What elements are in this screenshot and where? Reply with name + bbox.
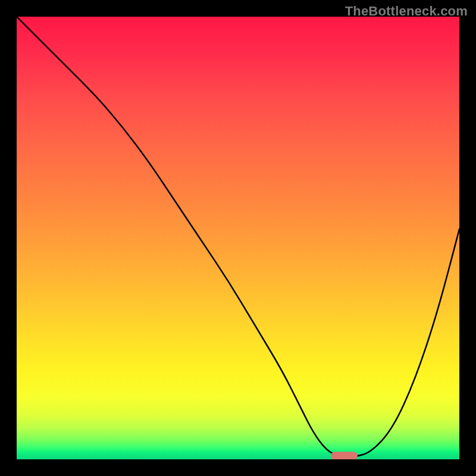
plot-area <box>17 17 459 459</box>
bottleneck-curve-path <box>17 17 459 457</box>
watermark-text: TheBottleneck.com <box>345 4 468 19</box>
chart-frame: TheBottleneck.com <box>0 0 476 476</box>
operating-point-marker <box>331 452 358 459</box>
bottleneck-curve-svg <box>17 17 459 459</box>
